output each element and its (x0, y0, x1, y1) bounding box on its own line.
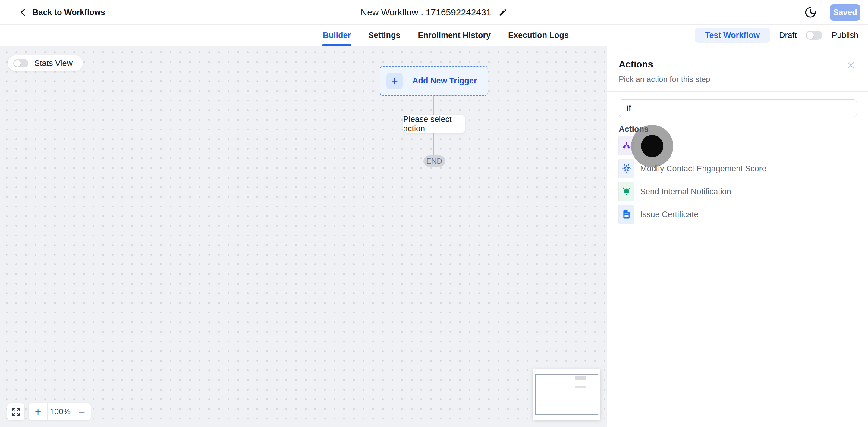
edit-title-pencil-icon[interactable] (498, 8, 507, 17)
stats-view-pill: Stats View (8, 56, 83, 71)
panel-divider (607, 91, 868, 92)
minimap[interactable] (533, 369, 600, 420)
panel-subtitle: Pick an action for this step (619, 75, 710, 84)
branch-icon (619, 136, 634, 155)
top-right-controls: Saved (804, 0, 860, 25)
top-bar: Back to Workflows New Workflow : 1716592… (0, 0, 868, 25)
page-title: New Workflow : 1716592242431 (361, 7, 491, 18)
expand-icon (10, 406, 22, 417)
saved-button[interactable]: Saved (830, 4, 860, 21)
version-history-clock-icon[interactable] (804, 6, 817, 19)
zoom-in-button[interactable]: + (29, 403, 47, 420)
minimap-trigger-node (575, 376, 586, 380)
actions-section-label: Actions (619, 125, 649, 134)
action-item-label: Modify Contact Engagement Score (634, 159, 767, 178)
draft-label: Draft (779, 31, 797, 40)
action-list: If/ElseModify Contact Engagement ScoreSe… (618, 136, 857, 228)
publish-label: Publish (832, 31, 858, 40)
stats-view-label: Stats View (34, 59, 73, 68)
actions-panel: Actions Pick an action for this step Act… (607, 46, 868, 427)
add-trigger-label: Add New Trigger (412, 76, 477, 86)
close-panel-button[interactable] (846, 60, 856, 70)
add-new-trigger-node[interactable]: + Add New Trigger (380, 66, 488, 96)
action-item-label: Issue Certificate (634, 205, 699, 224)
certificate-icon (619, 205, 634, 224)
fit-to-screen-button[interactable] (7, 403, 24, 420)
action-item-issue-certificate[interactable]: Issue Certificate (618, 205, 857, 224)
close-icon (846, 60, 856, 70)
back-label: Back to Workflows (33, 8, 105, 17)
tab-enrollment-history[interactable]: Enrollment History (417, 25, 492, 46)
bell-icon (619, 182, 634, 201)
tab-execution-logs[interactable]: Execution Logs (507, 25, 569, 46)
chevron-left-icon (19, 7, 28, 18)
action-item-label: If/Else (634, 136, 663, 155)
sparkle-icon (619, 159, 634, 178)
workflow-canvas[interactable]: Stats View + Add New Trigger Please sele… (0, 46, 607, 427)
test-workflow-button[interactable]: Test Workflow (695, 28, 770, 43)
plus-icon: + (386, 73, 403, 90)
tab-bar: BuilderSettingsEnrollment HistoryExecuti… (0, 25, 868, 46)
action-item-label: Send Internal Notification (634, 182, 731, 201)
select-action-tooltip: Please select action (403, 115, 465, 133)
action-search-input[interactable] (619, 99, 857, 117)
action-item-send-internal-notification[interactable]: Send Internal Notification (618, 182, 857, 201)
minimap-end-node (575, 386, 586, 388)
zoom-controls: + 100% − (29, 403, 91, 420)
minimap-viewport (535, 374, 598, 415)
zoom-level: 100% (47, 403, 73, 420)
tabs-group: BuilderSettingsEnrollment HistoryExecuti… (322, 25, 569, 46)
panel-title: Actions (619, 59, 653, 70)
publish-toggle[interactable] (806, 31, 823, 40)
end-node: END (424, 155, 445, 167)
action-item-if-else[interactable]: If/Else (618, 136, 857, 155)
workflow-builder-app: Back to Workflows New Workflow : 1716592… (0, 0, 868, 427)
zoom-out-button[interactable]: − (73, 403, 91, 420)
back-to-workflows-button[interactable]: Back to Workflows (19, 0, 105, 25)
title-wrap: New Workflow : 1716592242431 (361, 0, 507, 25)
tabbar-right-controls: Test Workflow Draft Publish (695, 25, 858, 46)
stats-view-toggle[interactable] (13, 59, 28, 67)
action-item-modify-contact-engagement-score[interactable]: Modify Contact Engagement Score (618, 159, 857, 178)
tab-settings[interactable]: Settings (368, 25, 401, 46)
tab-builder[interactable]: Builder (322, 25, 351, 46)
